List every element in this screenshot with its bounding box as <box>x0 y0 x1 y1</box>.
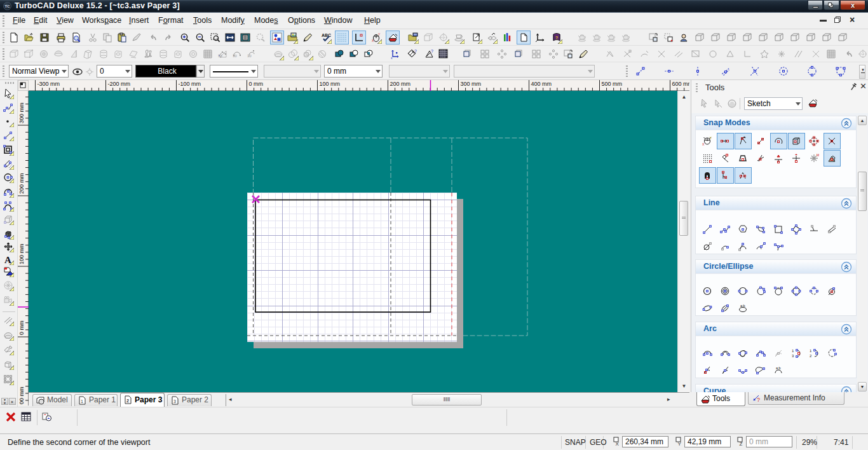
svg-text:a:b: a:b <box>740 304 745 308</box>
svg-text:500 mm: 500 mm <box>602 81 623 87</box>
svg-text:2: 2 <box>126 399 129 403</box>
svg-text:M: M <box>817 153 819 157</box>
svg-text:30: 30 <box>233 54 237 58</box>
svg-text:?: ? <box>431 49 433 53</box>
svg-text:600 mm: 600 mm <box>672 81 690 87</box>
svg-text:0 mm: 0 mm <box>249 81 264 87</box>
svg-text:0 mm: 0 mm <box>18 321 25 336</box>
svg-text:100 mm: 100 mm <box>18 243 25 264</box>
svg-text:2: 2 <box>810 354 812 358</box>
svg-text:00 mm: 00 mm <box>18 386 25 404</box>
svg-text:200 mm: 200 mm <box>390 81 411 87</box>
svg-text:1: 1 <box>81 399 83 404</box>
svg-text:-300 mm: -300 mm <box>37 81 60 87</box>
svg-text:?: ? <box>414 49 417 53</box>
svg-text:a:b: a:b <box>776 366 781 370</box>
svg-text:30: 30 <box>247 54 252 58</box>
svg-text:Y: Y <box>378 32 381 36</box>
svg-text:300 mm: 300 mm <box>461 81 482 87</box>
svg-text:30: 30 <box>218 54 222 58</box>
svg-text:300 mm: 300 mm <box>18 102 25 123</box>
svg-text:200 mm: 200 mm <box>18 173 25 194</box>
svg-text:400 mm: 400 mm <box>531 81 552 87</box>
svg-text:1: 1 <box>792 349 794 353</box>
svg-text:X: X <box>616 441 620 446</box>
svg-text:100 mm: 100 mm <box>320 81 341 87</box>
svg-text:-100 mm: -100 mm <box>179 81 201 87</box>
svg-text:X: X <box>702 142 705 146</box>
svg-text:ABC: ABC <box>322 33 331 38</box>
svg-text:3: 3 <box>173 399 176 404</box>
svg-text:Y: Y <box>710 136 712 140</box>
svg-text:-200 mm: -200 mm <box>108 81 131 87</box>
svg-text:1: 1 <box>810 349 812 353</box>
svg-text:Y: Y <box>678 441 682 446</box>
svg-text:?: ? <box>757 397 760 402</box>
svg-text:Z: Z <box>740 441 743 446</box>
svg-text:3: 3 <box>792 354 794 358</box>
